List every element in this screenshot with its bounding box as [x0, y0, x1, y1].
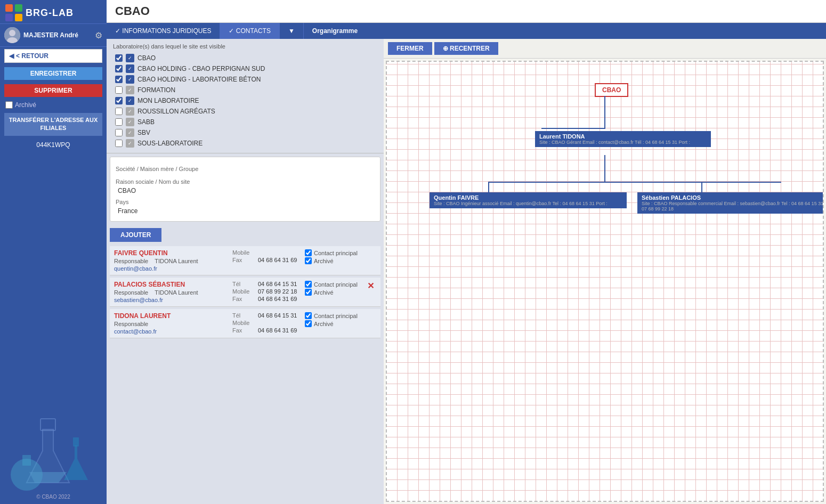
- tel-label: Tél: [232, 312, 254, 319]
- recentrer-button[interactable]: ⊕ RECENTRER: [434, 42, 498, 55]
- archive-label: Archivé: [314, 321, 334, 327]
- org-node-palacios[interactable]: Sébastien PALACIOS Site : CBAO Responsab…: [637, 192, 824, 214]
- svg-marker-10: [64, 445, 88, 480]
- contact-col-mid: Mobile Fax 04 68 64 31 69: [232, 249, 304, 272]
- pays-value: France: [116, 206, 375, 216]
- lab-name: FORMATION: [137, 86, 175, 94]
- left-panel: Laboratoire(s) dans lequel le site est v…: [107, 39, 384, 504]
- list-item: ✓ FORMATION: [113, 85, 377, 95]
- contact-principal-label: Contact principal: [314, 281, 358, 288]
- archive-checkbox[interactable]: [305, 257, 312, 264]
- archived-checkbox[interactable]: [5, 101, 13, 109]
- list-item: ✓ SOUS-LABORATOIRE: [113, 138, 377, 149]
- archive-label: Archivé: [314, 289, 334, 296]
- svg-rect-11: [73, 437, 79, 446]
- tab-more[interactable]: ▼: [280, 23, 304, 39]
- tel-value: 04 68 64 15 31: [258, 312, 297, 319]
- contact-field-fax: Fax 04 68 64 31 69: [232, 257, 304, 263]
- contact-email[interactable]: sebastien@cbao.fr: [114, 297, 231, 303]
- mobile-label: Mobile: [232, 249, 254, 256]
- tab-organigramme: Organigramme: [304, 23, 366, 39]
- enregistrer-button[interactable]: ENREGISTRER: [4, 67, 102, 80]
- lab-checkbox-3[interactable]: [115, 76, 123, 83]
- list-item: ✓ CBAO: [113, 53, 377, 63]
- lab-checkbox-9[interactable]: [115, 140, 123, 147]
- sidebar: BRG-LAB MAJESTER André ⚙ ◀ < RETOUR ENRE…: [0, 0, 107, 504]
- transferer-button[interactable]: TRANSFÉRER L'ADRESSE AUX FILIALES: [4, 113, 102, 136]
- svg-rect-13: [22, 455, 31, 466]
- lab-icon: ✓: [126, 64, 134, 73]
- org-node-name: Sébastien PALACIOS: [642, 194, 824, 201]
- lab-checkbox-2[interactable]: [115, 65, 123, 72]
- tab-contacts[interactable]: ✓ CONTACTS: [220, 23, 279, 39]
- lab-name: CBAO HOLDING - CBAO PERPIGNAN SUD: [137, 65, 265, 72]
- lab-name: SBV: [137, 129, 150, 136]
- add-contact-button[interactable]: AJOUTER: [110, 228, 161, 242]
- page-title: CBAO: [107, 0, 826, 23]
- supprimer-button[interactable]: SUPPRIMER: [4, 84, 102, 97]
- contact-col-mid: Tél 04 68 64 15 31 Mobile Fax 04 68 64 3…: [232, 312, 304, 335]
- lab-checkbox-4[interactable]: [115, 86, 123, 94]
- contact-name[interactable]: PALACIOS SÉBASTIEN: [114, 281, 231, 288]
- contact-name[interactable]: FAIVRE QUENTIN: [114, 249, 231, 257]
- contact-principal-checkbox[interactable]: [305, 249, 312, 256]
- organigramme-panel: FERMER ⊕ RECENTRER CBAO Laurent TIDONA: [384, 39, 826, 504]
- contact-col-right: Contact principal Archivé: [305, 249, 376, 272]
- lab-icon: ✓: [126, 96, 134, 105]
- contact-name[interactable]: TIDONA LAURENT: [114, 312, 231, 320]
- username: MAJESTER André: [23, 31, 92, 39]
- fax-label: Fax: [232, 296, 254, 302]
- fermer-button[interactable]: FERMER: [388, 42, 432, 55]
- gear-icon[interactable]: ⚙: [95, 30, 102, 40]
- archive-checkbox[interactable]: [305, 289, 312, 296]
- raison-sociale-value: CBAO: [116, 186, 375, 196]
- org-node-tidona[interactable]: Laurent TIDONA Site : CBAO Gérant Email …: [535, 131, 711, 147]
- contact-card-faivre: FAIVRE QUENTIN Responsable TIDONA Lauren…: [110, 246, 380, 275]
- org-inner: CBAO Laurent TIDONA Site : CBAO Gérant E…: [387, 62, 824, 328]
- contact-field-mobile: Mobile: [232, 320, 304, 326]
- org-line-v4: [701, 182, 702, 192]
- societe-section: Société / Maison mère / Groupe Raison so…: [110, 157, 380, 222]
- contact-email[interactable]: contact@cbao.fr: [114, 328, 231, 335]
- lab-checkbox-7[interactable]: [115, 118, 123, 126]
- lab-checkbox-8[interactable]: [115, 129, 123, 136]
- contact-email[interactable]: quentin@cbao.fr: [114, 265, 231, 272]
- archived-label: Archivé: [15, 101, 36, 109]
- contact-principal-label: Contact principal: [314, 313, 358, 319]
- tel-value: 04 68 64 15 31: [258, 281, 297, 287]
- lab-icon: ✓: [126, 54, 134, 62]
- org-node-faivre[interactable]: Quentin FAIVRE Site : CBAO Ingénieur ass…: [430, 192, 627, 208]
- contact-principal-checkbox[interactable]: [305, 312, 312, 319]
- main-area: CBAO ✓ INFORMATIONS JURIDIQUES ✓ CONTACT…: [107, 0, 826, 504]
- delete-contact-button[interactable]: ✕: [367, 281, 374, 291]
- content-area: Laboratoire(s) dans lequel le site est v…: [107, 39, 826, 504]
- contact-field-fax: Fax 04 68 64 31 69: [232, 296, 304, 302]
- lab-icon: ✓: [126, 75, 134, 84]
- lab-checkbox-6[interactable]: [115, 108, 123, 115]
- retour-arrow: ◀: [9, 52, 14, 60]
- contact-col-mid: Tél 04 68 64 15 31 Mobile 07 68 99 22 18…: [232, 281, 304, 303]
- list-item: ✓ ROUSSILLON AGRÉGATS: [113, 106, 377, 117]
- contact-field-tel: Tél 04 68 64 15 31: [232, 312, 304, 319]
- retour-button[interactable]: ◀ < RETOUR: [4, 49, 102, 63]
- lab-name: CBAO: [137, 54, 156, 62]
- archive-checkbox[interactable]: [305, 320, 312, 327]
- org-node-info-tidona: Site : CBAO Gérant Email : contact@cbao.…: [539, 140, 707, 145]
- tab-informations-juridiques[interactable]: ✓ INFORMATIONS JURIDIQUES: [107, 23, 220, 39]
- fax-value: 04 68 64 31 69: [258, 296, 297, 302]
- list-item: ✓ SBV: [113, 127, 377, 138]
- logo-area: BRG-LAB: [0, 0, 107, 23]
- contact-principal-row: Contact principal: [305, 281, 376, 288]
- org-canvas[interactable]: CBAO Laurent TIDONA Site : CBAO Gérant E…: [386, 61, 824, 502]
- lab-icon: ✓: [126, 107, 134, 116]
- archive-row: Archivé: [305, 289, 376, 296]
- org-node-cbao[interactable]: CBAO: [595, 83, 628, 97]
- contact-principal-checkbox[interactable]: [305, 281, 312, 288]
- lab-checkbox-5[interactable]: [115, 97, 123, 104]
- lab-checkbox-cbao[interactable]: [115, 54, 123, 62]
- lab-icon: ✓: [126, 86, 134, 94]
- org-node-name: Quentin FAIVRE: [434, 194, 622, 201]
- list-item: ✓ CBAO HOLDING - LABORATOIRE BÉTON: [113, 74, 377, 85]
- contact-role: Responsable TIDONA Laurent: [114, 258, 231, 264]
- org-line-h2: [488, 182, 781, 183]
